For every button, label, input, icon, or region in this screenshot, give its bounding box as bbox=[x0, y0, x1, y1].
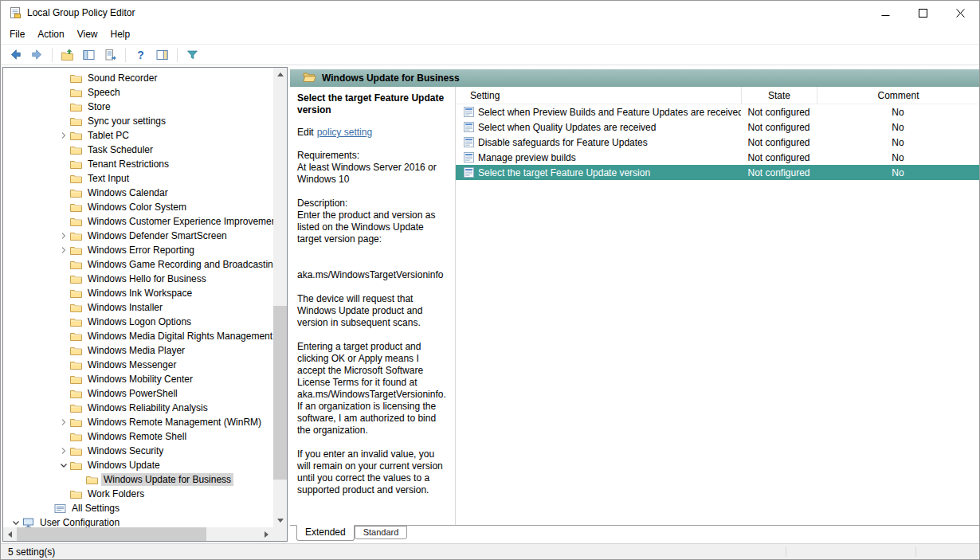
folder-icon bbox=[70, 188, 83, 198]
setting-row-select-when-preview-builds-and-feature-updates-are-received[interactable]: Select when Preview Builds and Feature U… bbox=[456, 104, 979, 119]
tree-item-windows-logon-options[interactable]: Windows Logon Options bbox=[3, 315, 273, 329]
tree-horizontal-scrollbar[interactable] bbox=[3, 527, 273, 541]
settings-list-pane: SettingStateComment Select when Preview … bbox=[456, 87, 979, 525]
tab-extended[interactable]: Extended bbox=[296, 525, 355, 541]
state-cell: Not configured bbox=[741, 122, 817, 133]
minimize-button[interactable] bbox=[867, 1, 904, 25]
tree-item-windows-update-for-business[interactable]: Windows Update for Business bbox=[3, 472, 273, 487]
comment-cell: No bbox=[817, 137, 979, 148]
tree-item-windows-color-system[interactable]: Windows Color System bbox=[3, 200, 273, 214]
folder-icon bbox=[70, 260, 83, 270]
menu-item-file[interactable]: File bbox=[3, 25, 31, 43]
column-header-setting[interactable]: Setting bbox=[456, 87, 741, 104]
tree-item-windows-hello-for-business[interactable]: Windows Hello for Business bbox=[3, 272, 273, 286]
comment-cell: No bbox=[817, 107, 979, 118]
tree-item-windows-ink-workspace[interactable]: Windows Ink Workspace bbox=[3, 286, 273, 300]
toolbar-separator bbox=[125, 48, 126, 62]
edit-policy-setting-link[interactable]: policy setting bbox=[317, 127, 372, 138]
tree-item-sync-your-settings[interactable]: Sync your settings bbox=[3, 114, 273, 128]
tree-item-tablet-pc[interactable]: Tablet PC bbox=[3, 128, 273, 143]
toolbar-back-button[interactable] bbox=[6, 45, 25, 64]
folder-icon bbox=[70, 446, 83, 456]
tree-item-windows-media-digital-rights-management[interactable]: Windows Media Digital Rights Management bbox=[3, 329, 273, 343]
comment-cell: No bbox=[817, 167, 979, 178]
menu-item-help[interactable]: Help bbox=[104, 25, 137, 43]
setting-row-select-when-quality-updates-are-received[interactable]: Select when Quality Updates are received… bbox=[456, 119, 979, 135]
vertical-scroll-thumb[interactable] bbox=[273, 306, 287, 479]
setting-row-select-the-target-feature-update-version[interactable]: Select the target Feature Update version… bbox=[456, 165, 979, 180]
scroll-left-button[interactable] bbox=[3, 527, 17, 541]
setting-row-disable-safeguards-for-feature-updates[interactable]: Disable safeguards for Feature UpdatesNo… bbox=[456, 135, 979, 150]
tree-item-windows-installer[interactable]: Windows Installer bbox=[3, 300, 273, 315]
policy-title: Select the target Feature Update version bbox=[297, 92, 449, 116]
tree-item-windows-game-recording-and-broadcasting[interactable]: Windows Game Recording and Broadcasting bbox=[3, 257, 273, 272]
scroll-up-button[interactable] bbox=[273, 68, 287, 81]
toolbar-action-pane-button[interactable] bbox=[152, 45, 172, 64]
close-button[interactable] bbox=[942, 1, 979, 25]
tree-item-text-input[interactable]: Text Input bbox=[3, 171, 273, 186]
tree-item-windows-defender-smartscreen[interactable]: Windows Defender SmartScreen bbox=[3, 229, 273, 243]
tree-item-sound-recorder[interactable]: Sound Recorder bbox=[3, 71, 273, 85]
setting-row-manage-preview-builds[interactable]: Manage preview buildsNot configuredNo bbox=[456, 150, 979, 165]
maximize-button[interactable] bbox=[904, 1, 942, 25]
tree-item-all-settings[interactable]: All Settings bbox=[3, 501, 273, 515]
status-bar: 5 setting(s) bbox=[1, 543, 979, 559]
menu-item-view[interactable]: View bbox=[71, 25, 104, 43]
toolbar-filter-button[interactable] bbox=[182, 45, 202, 64]
tree-item-windows-messenger[interactable]: Windows Messenger bbox=[3, 358, 273, 372]
description-paragraph: If you enter an invalid value, you will … bbox=[297, 448, 449, 496]
menu-item-action[interactable]: Action bbox=[31, 25, 70, 43]
results-panel: Windows Update for Business Select the t… bbox=[290, 67, 979, 542]
collapse-arrow-icon[interactable] bbox=[10, 516, 22, 527]
toolbar-export-list-button[interactable] bbox=[100, 45, 120, 64]
tree-item-label: Work Folders bbox=[85, 488, 147, 500]
expand-arrow-icon[interactable] bbox=[57, 129, 70, 142]
collapse-arrow-icon[interactable] bbox=[57, 459, 70, 472]
setting-cell: Disable safeguards for Feature Updates bbox=[456, 137, 741, 148]
tree-item-windows-media-player[interactable]: Windows Media Player bbox=[3, 343, 273, 358]
toolbar-separator bbox=[52, 48, 53, 62]
description-paragraph: aka.ms/WindowsTargetVersioninfo bbox=[297, 269, 449, 281]
state-cell: Not configured bbox=[741, 167, 817, 178]
folder-icon bbox=[70, 403, 83, 413]
tree-item-label: Windows PowerShell bbox=[85, 387, 180, 400]
scroll-right-button[interactable] bbox=[260, 527, 273, 541]
tree-item-windows-customer-experience-improvement[interactable]: Windows Customer Experience Improvement bbox=[3, 214, 273, 229]
tree-item-windows-mobility-center[interactable]: Windows Mobility Center bbox=[3, 372, 273, 386]
horizontal-scroll-thumb[interactable] bbox=[17, 527, 206, 541]
title-bar[interactable]: Local Group Policy Editor bbox=[1, 1, 979, 25]
tree-item-windows-update[interactable]: Windows Update bbox=[3, 458, 273, 472]
tree-item-task-scheduler[interactable]: Task Scheduler bbox=[3, 143, 273, 157]
expand-arrow-icon[interactable] bbox=[57, 244, 70, 257]
tree-item-speech[interactable]: Speech bbox=[3, 85, 273, 100]
expand-arrow-icon[interactable] bbox=[57, 229, 70, 242]
tree-item-store[interactable]: Store bbox=[3, 100, 273, 114]
tree-item-tenant-restrictions[interactable]: Tenant Restrictions bbox=[3, 157, 273, 171]
toolbar-help-button[interactable]: ? bbox=[131, 45, 151, 64]
tab-standard[interactable]: Standard bbox=[355, 526, 408, 539]
tree-vertical-scrollbar[interactable] bbox=[273, 68, 287, 527]
tree-item-windows-calendar[interactable]: Windows Calendar bbox=[3, 186, 273, 200]
folder-icon bbox=[70, 159, 83, 170]
tree-item-windows-powershell[interactable]: Windows PowerShell bbox=[3, 386, 273, 401]
horizontal-scroll-track[interactable] bbox=[17, 527, 260, 541]
expand-arrow-icon[interactable] bbox=[57, 444, 70, 457]
tree-item-work-folders[interactable]: Work Folders bbox=[3, 487, 273, 501]
column-header-comment[interactable]: Comment bbox=[817, 87, 979, 104]
toolbar-forward-button[interactable] bbox=[27, 45, 47, 64]
expand-arrow-icon[interactable] bbox=[57, 416, 70, 429]
folder-icon bbox=[70, 317, 83, 327]
tree-item-windows-reliability-analysis[interactable]: Windows Reliability Analysis bbox=[3, 401, 273, 415]
tree-item-windows-error-reporting[interactable]: Windows Error Reporting bbox=[3, 243, 273, 257]
tree-item-windows-remote-management-winrm[interactable]: Windows Remote Management (WinRM) bbox=[3, 415, 273, 429]
toolbar-show-hide-tree-button[interactable] bbox=[79, 45, 99, 64]
tree-item-label: Windows Update bbox=[85, 459, 163, 472]
vertical-scroll-track[interactable] bbox=[273, 81, 287, 514]
tree-item-windows-security[interactable]: Windows Security bbox=[3, 444, 273, 458]
toolbar-up-level-button[interactable] bbox=[57, 45, 77, 64]
tree-item-windows-remote-shell[interactable]: Windows Remote Shell bbox=[3, 429, 273, 444]
column-header-state[interactable]: State bbox=[741, 87, 817, 104]
scroll-down-button[interactable] bbox=[273, 514, 287, 527]
tree-item-label: Windows Customer Experience Improvement bbox=[85, 215, 273, 228]
tree-item-user-configuration[interactable]: User Configuration bbox=[3, 515, 273, 527]
